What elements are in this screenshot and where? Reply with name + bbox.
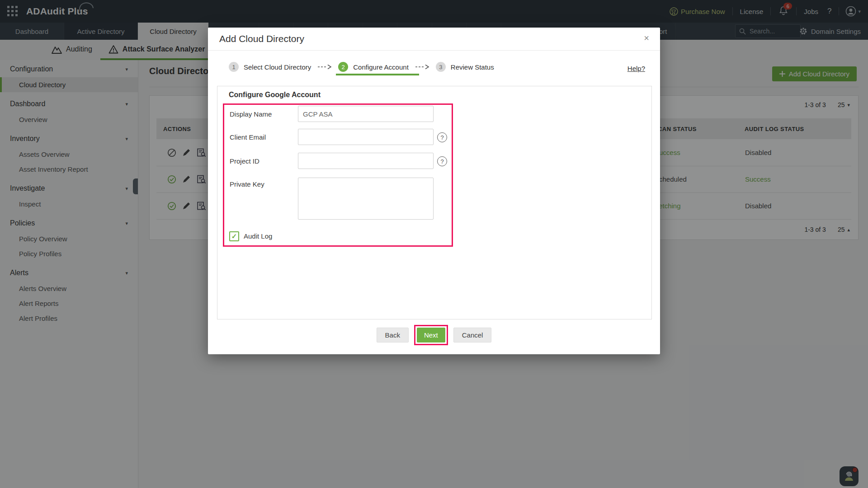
- help-link[interactable]: Help?: [627, 65, 645, 72]
- client-email-input[interactable]: [298, 129, 434, 145]
- project-id-input[interactable]: [298, 153, 434, 169]
- modal-title: Add Cloud Directory: [219, 33, 304, 44]
- next-button-highlight: Next: [414, 325, 448, 345]
- close-icon[interactable]: ×: [644, 33, 649, 42]
- audit-log-checkbox[interactable]: ✓: [229, 231, 239, 241]
- step-arrow-icon: [317, 64, 332, 70]
- check-icon: ✓: [231, 232, 237, 240]
- next-button[interactable]: Next: [417, 328, 445, 343]
- private-key-textarea[interactable]: [298, 178, 434, 220]
- add-cloud-directory-modal: Add Cloud Directory × 1 Select Cloud Dir…: [208, 28, 660, 354]
- step-number: 2: [338, 62, 348, 72]
- back-button[interactable]: Back: [377, 328, 409, 343]
- client-email-help-icon[interactable]: ?: [437, 132, 447, 142]
- modal-body: Configure Google Account Display Name Cl…: [217, 86, 652, 319]
- project-id-help-icon[interactable]: ?: [437, 156, 447, 166]
- step-review-status[interactable]: 3 Review Status: [436, 62, 494, 72]
- form-heading: Configure Google Account: [229, 91, 321, 99]
- annotation-highlight-box: [223, 103, 453, 247]
- step-number: 3: [436, 62, 446, 72]
- modal-footer: Back Next Cancel: [208, 325, 660, 345]
- display-name-label: Display Name: [230, 110, 272, 118]
- step-label: Select Cloud Directory: [244, 63, 311, 71]
- modal-header: Add Cloud Directory ×: [208, 28, 660, 51]
- step-arrow-icon: [415, 64, 429, 70]
- step-label: Review Status: [451, 63, 494, 71]
- step-select-cloud-directory[interactable]: 1 Select Cloud Directory: [229, 62, 311, 72]
- display-name-input[interactable]: [298, 106, 434, 122]
- step-configure-account[interactable]: 2 Configure Account: [338, 62, 409, 72]
- wizard-steps: 1 Select Cloud Directory 2 Configure Acc…: [229, 62, 494, 72]
- screen: ADAudit Plus Purchase Now License: [0, 0, 868, 488]
- cancel-button[interactable]: Cancel: [453, 328, 492, 343]
- active-step-underline: [336, 74, 419, 75]
- private-key-label: Private Key: [230, 180, 264, 188]
- project-id-label: Project ID: [230, 157, 259, 165]
- step-number: 1: [229, 62, 239, 72]
- client-email-label: Client Email: [230, 133, 266, 141]
- step-label: Configure Account: [353, 63, 409, 71]
- audit-log-label: Audit Log: [244, 232, 272, 240]
